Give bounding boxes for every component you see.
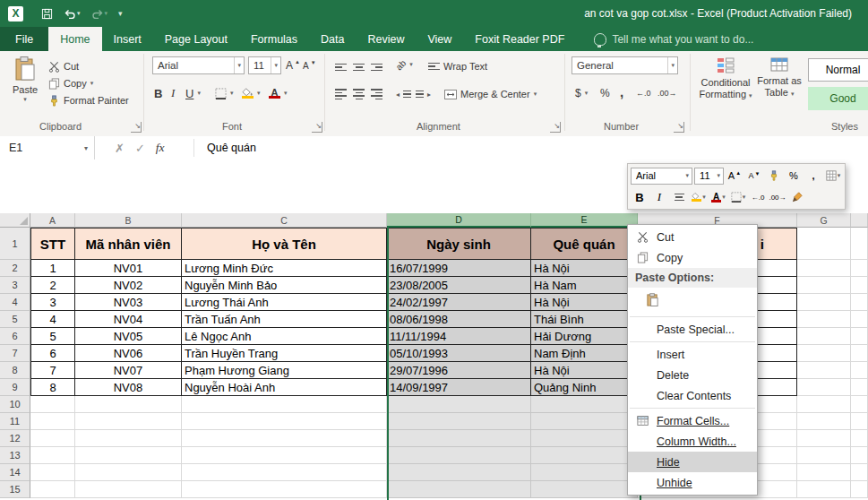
font-size-combo[interactable]: 11▾ xyxy=(248,56,281,74)
row-header-15[interactable]: 15 xyxy=(0,481,30,498)
context-menu-item-hide[interactable]: Hide xyxy=(628,452,757,472)
mini-bold-button[interactable]: B xyxy=(631,188,649,206)
italic-button[interactable]: I xyxy=(171,85,175,101)
context-menu-item-delete[interactable]: Delete xyxy=(628,365,757,385)
tell-me-box[interactable]: Tell me what you want to do... xyxy=(594,27,753,51)
redo-button[interactable]: ▾ xyxy=(88,4,112,23)
row-header-14[interactable]: 14 xyxy=(0,464,30,481)
name-box[interactable]: E1 ▾ xyxy=(0,136,95,159)
tab-foxit-reader-pdf[interactable]: Foxit Reader PDF xyxy=(463,27,576,51)
cell-X4[interactable] xyxy=(851,294,868,311)
borders-button[interactable]: ▾ xyxy=(215,85,234,101)
cell-X8[interactable] xyxy=(851,362,868,379)
format-as-table-button[interactable]: Format asTable ▾ xyxy=(756,56,803,99)
cell-X9[interactable] xyxy=(851,379,868,396)
cell-X3[interactable] xyxy=(851,277,868,294)
cell-B11[interactable] xyxy=(75,413,182,430)
cell-E10[interactable] xyxy=(531,396,638,413)
cell-E8[interactable]: Hà Nội xyxy=(531,362,638,379)
cell-D2[interactable]: 16/07/1999 xyxy=(387,260,531,277)
cell-D3[interactable]: 23/08/2005 xyxy=(387,277,531,294)
context-menu-item-insert[interactable]: Insert xyxy=(628,344,757,365)
cell-A1[interactable]: STT xyxy=(30,228,75,260)
decrease-decimal-button[interactable]: .00→ xyxy=(657,85,677,101)
cell-G12[interactable] xyxy=(797,430,851,447)
context-menu-item-cut[interactable]: Cut xyxy=(628,227,757,247)
cell-E14[interactable] xyxy=(531,464,638,481)
cell-C7[interactable]: Trần Huyền Trang xyxy=(182,345,387,362)
cell-X10[interactable] xyxy=(851,396,868,413)
comma-style-button[interactable]: , xyxy=(620,83,623,99)
cell-A8[interactable]: 7 xyxy=(30,362,75,379)
row-header-5[interactable]: 5 xyxy=(0,311,30,328)
cell-E6[interactable]: Hải Dương xyxy=(531,328,638,345)
cell-B9[interactable]: NV08 xyxy=(75,379,182,396)
mini-format-painter-button[interactable] xyxy=(765,167,783,185)
underline-button[interactable]: U▾ xyxy=(185,85,201,101)
font-color-button[interactable]: A ▾ xyxy=(269,85,288,101)
merge-center-button[interactable]: Merge & Center▾ xyxy=(444,86,537,102)
number-format-combo[interactable]: General▾ xyxy=(572,56,678,74)
row-header-7[interactable]: 7 xyxy=(0,345,30,362)
cell-A11[interactable] xyxy=(30,413,75,430)
cut-button[interactable]: Cut xyxy=(48,58,79,74)
cell-E2[interactable]: Hà Nội xyxy=(531,260,638,277)
column-header-E[interactable]: E xyxy=(531,213,638,228)
cell-X6[interactable] xyxy=(851,328,868,345)
cell-A9[interactable]: 8 xyxy=(30,379,75,396)
tab-view[interactable]: View xyxy=(416,27,463,51)
cell-B12[interactable] xyxy=(75,430,182,447)
column-header-B[interactable]: B xyxy=(75,213,182,228)
row-header-3[interactable]: 3 xyxy=(0,277,30,294)
mini-font-color-button[interactable]: A ▾ xyxy=(709,188,727,206)
cell-X15[interactable] xyxy=(851,481,868,498)
column-header-A[interactable]: A xyxy=(30,213,75,228)
cell-G8[interactable] xyxy=(797,362,851,379)
cell-G9[interactable] xyxy=(797,379,851,396)
cell-X11[interactable] xyxy=(851,413,868,430)
row-header-1[interactable]: 1 xyxy=(0,228,30,260)
name-box-dropdown-icon[interactable]: ▾ xyxy=(84,144,94,152)
cell-E4[interactable]: Hà Nội xyxy=(531,294,638,311)
align-bottom-button[interactable] xyxy=(371,59,382,75)
cell-E9[interactable]: Quảng Ninh xyxy=(531,379,638,396)
cell-B8[interactable]: NV07 xyxy=(75,362,182,379)
wrap-text-button[interactable]: Wrap Text xyxy=(428,58,487,74)
row-header-9[interactable]: 9 xyxy=(0,379,30,396)
column-header-C[interactable]: C xyxy=(182,213,387,228)
percent-style-button[interactable]: % xyxy=(600,85,610,101)
cell-G15[interactable] xyxy=(797,481,851,498)
cell-B5[interactable]: NV04 xyxy=(75,311,182,328)
cell-B4[interactable]: NV03 xyxy=(75,294,182,311)
cell-D10[interactable] xyxy=(387,396,531,413)
mini-italic-button[interactable]: I xyxy=(650,188,668,206)
insert-function-icon[interactable]: fx xyxy=(156,141,165,155)
cell-E1[interactable]: Quê quán xyxy=(531,228,638,260)
cell-A14[interactable] xyxy=(30,464,75,481)
cell-E15[interactable] xyxy=(531,481,638,498)
row-header-2[interactable]: 2 xyxy=(0,260,30,277)
cell-C6[interactable]: Lê Ngọc Anh xyxy=(182,328,387,345)
cell-B3[interactable]: NV02 xyxy=(75,277,182,294)
save-button[interactable] xyxy=(38,4,56,23)
cell-B10[interactable] xyxy=(75,396,182,413)
increase-font-size-button[interactable]: A▲ xyxy=(286,57,300,73)
cell-B6[interactable]: NV05 xyxy=(75,328,182,345)
cell-C12[interactable] xyxy=(182,430,387,447)
cell-D9[interactable]: 14/09/1997 xyxy=(387,379,531,396)
cell-G14[interactable] xyxy=(797,464,851,481)
decrease-indent-button[interactable]: ◂ xyxy=(396,86,411,102)
decrease-font-size-button[interactable]: A▼ xyxy=(303,57,316,73)
cell-D14[interactable] xyxy=(387,464,531,481)
cell-C5[interactable]: Trần Tuấn Anh xyxy=(182,311,387,328)
confirm-entry-icon[interactable]: ✓ xyxy=(135,142,145,155)
align-center-button[interactable] xyxy=(353,86,365,102)
row-header-6[interactable]: 6 xyxy=(0,328,30,345)
bold-button[interactable]: B xyxy=(154,85,162,101)
paste-button[interactable]: Paste ▾ xyxy=(5,56,45,103)
cell-G13[interactable] xyxy=(797,447,851,464)
cell-B1[interactable]: Mã nhân viên xyxy=(75,228,182,260)
column-header-partial[interactable] xyxy=(851,213,868,228)
cell-G3[interactable] xyxy=(797,277,851,294)
mini-table-format-button[interactable]: ▾ xyxy=(824,167,842,185)
